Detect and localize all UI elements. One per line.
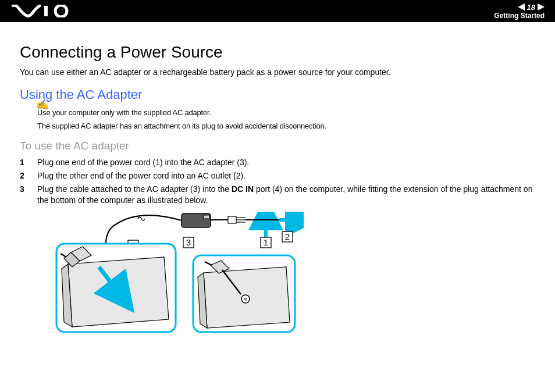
header-nav: 18 Getting Started: [494, 3, 545, 19]
connection-diagram: 1 2 3 4: [36, 212, 535, 340]
svg-text:2: 2: [285, 231, 290, 241]
page-content: Connecting a Power Source You can use ei…: [0, 22, 555, 340]
ac-plug-icon: [228, 216, 246, 223]
step-text: Plug one end of the power cord (1) into …: [37, 157, 535, 168]
section-subtitle: Using the AC Adapter: [20, 87, 535, 102]
step-number: 3: [20, 184, 37, 206]
svg-point-27: [244, 297, 247, 300]
svg-point-1: [55, 5, 67, 17]
step-row: 2 Plug the other end of the power cord i…: [20, 170, 535, 181]
svg-rect-3: [204, 215, 209, 219]
svg-text:3: 3: [186, 237, 191, 247]
step-row: 1 Plug one end of the power cord (1) int…: [20, 157, 535, 168]
section-name: Getting Started: [494, 12, 545, 19]
svg-rect-5: [228, 216, 236, 223]
procedure-heading: To use the AC adapter: [20, 140, 535, 152]
laptop-detail-right: [193, 255, 295, 332]
step-number: 2: [20, 170, 37, 181]
intro-paragraph: You can use either an AC adapter or a re…: [20, 67, 535, 77]
ac-adapter-icon: [182, 213, 211, 227]
prev-page-icon[interactable]: [518, 3, 525, 10]
svg-point-22: [119, 294, 122, 298]
svg-text:1: 1: [264, 237, 268, 247]
svg-rect-0: [44, 6, 48, 16]
note-block: ✍ Use your computer only with the suppli…: [37, 108, 535, 130]
step-text: Plug the other end of the power cord int…: [37, 170, 535, 181]
header-bar: 18 Getting Started: [0, 0, 555, 22]
step-row: 3 Plug the cable attached to the AC adap…: [20, 184, 535, 206]
note-line-1: Use your computer only with the supplied…: [37, 108, 535, 117]
laptop-detail-left: [56, 244, 176, 332]
steps-list: 1 Plug one end of the power cord (1) int…: [20, 157, 535, 206]
step-text: Plug the cable attached to the AC adapte…: [37, 184, 535, 206]
next-page-icon[interactable]: [538, 3, 545, 10]
page-number: 18: [527, 3, 535, 11]
step-number: 1: [20, 157, 37, 168]
note-icon: ✍: [36, 98, 49, 111]
note-line-2: The supplied AC adapter has an attachmen…: [37, 122, 535, 130]
vaio-logo: [12, 5, 72, 17]
page-title: Connecting a Power Source: [20, 43, 535, 62]
